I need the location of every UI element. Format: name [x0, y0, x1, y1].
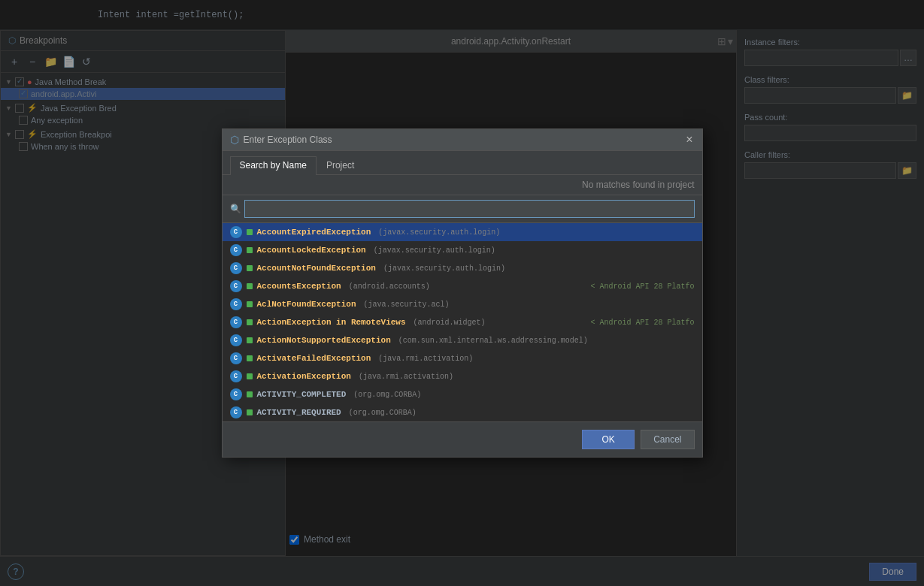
- cancel-button[interactable]: Cancel: [641, 430, 694, 449]
- result-class-name: ActivationException: [257, 372, 351, 381]
- tab-search-by-name[interactable]: Search by Name: [230, 156, 317, 175]
- modal-overlay: ⬡ Enter Exception Class × Search by Name…: [0, 0, 924, 586]
- modal-titlebar-left: ⬡ Enter Exception Class: [230, 134, 332, 146]
- result-icon: C: [230, 298, 242, 310]
- result-package: (java.security.acl): [364, 301, 450, 309]
- no-matches-bar: No matches found in project: [223, 175, 702, 195]
- result-package: (android.widget): [414, 319, 486, 327]
- tab-project[interactable]: Project: [317, 156, 364, 175]
- result-class-name: AccountLockedException: [257, 246, 366, 255]
- result-subicon: [247, 319, 253, 325]
- list-item[interactable]: C AccountLockedException (javax.security…: [223, 241, 702, 259]
- modal-title: Enter Exception Class: [244, 134, 332, 145]
- result-class-name: AccountExpiredException: [257, 228, 371, 237]
- result-package: (javax.security.auth.login): [374, 246, 495, 255]
- list-item[interactable]: C ActivateFailedException (java.rmi.acti…: [223, 349, 702, 367]
- result-package: (java.rmi.activation): [359, 373, 453, 381]
- result-subicon: [247, 283, 253, 289]
- result-class-name: ACTIVITY_REQUIRED: [257, 408, 341, 417]
- result-subicon: [247, 229, 253, 235]
- result-class-name: AccountsException: [257, 282, 341, 291]
- result-icon: C: [230, 316, 242, 328]
- result-icon: C: [230, 334, 242, 346]
- result-icon: C: [230, 388, 242, 400]
- result-package: (javax.security.auth.login): [383, 264, 505, 273]
- list-item[interactable]: C AccountNotFoundException (javax.securi…: [223, 259, 702, 277]
- ok-button[interactable]: OK: [582, 430, 635, 449]
- search-icon: 🔍: [230, 204, 241, 214]
- result-package: (org.omg.CORBA): [349, 409, 417, 417]
- list-item[interactable]: C ActivationException (java.rmi.activati…: [223, 367, 702, 385]
- result-package: (android.accounts): [349, 282, 430, 291]
- list-item[interactable]: C AclNotFoundException (java.security.ac…: [223, 295, 702, 313]
- result-platform: < Android API 28 Platfo: [590, 282, 694, 291]
- result-platform: < Android API 28 Platfo: [590, 319, 694, 327]
- result-icon: C: [230, 244, 242, 256]
- list-item[interactable]: C ActionNotSupportedException (com.sun.x…: [223, 331, 702, 349]
- result-class-name: ActionException in RemoteViews: [257, 318, 406, 327]
- result-subicon: [247, 247, 253, 253]
- result-class-name: AclNotFoundException: [257, 300, 356, 309]
- list-item[interactable]: C ACTIVITY_REQUIRED (org.omg.CORBA): [223, 403, 702, 421]
- result-class-name: AccountNotFoundException: [257, 264, 376, 273]
- result-subicon: [247, 301, 253, 307]
- modal-titlebar: ⬡ Enter Exception Class ×: [223, 129, 702, 151]
- modal-close-button[interactable]: ×: [684, 134, 694, 146]
- modal-icon: ⬡: [230, 134, 239, 146]
- search-input-container: 🔍: [223, 195, 702, 222]
- list-item[interactable]: C AccountExpiredException (javax.securit…: [223, 223, 702, 241]
- list-item[interactable]: C ACTIVITY_COMPLETED (org.omg.CORBA): [223, 385, 702, 403]
- list-item[interactable]: C AccountsException (android.accounts) <…: [223, 277, 702, 295]
- result-icon: C: [230, 370, 242, 382]
- list-item[interactable]: C ActionException in RemoteViews (androi…: [223, 313, 702, 331]
- modal-tabs: Search by Name Project: [223, 151, 702, 175]
- result-package: (org.omg.CORBA): [353, 391, 421, 399]
- result-class-name: ACTIVITY_COMPLETED: [257, 390, 347, 399]
- result-package: (javax.security.auth.login): [378, 228, 500, 237]
- result-icon: C: [230, 226, 242, 238]
- result-subicon: [247, 355, 253, 361]
- modal-footer: OK Cancel: [223, 421, 702, 457]
- result-icon: C: [230, 352, 242, 364]
- result-subicon: [247, 337, 253, 343]
- result-class-name: ActionNotSupportedException: [257, 336, 391, 345]
- result-subicon: [247, 373, 253, 379]
- result-icon: C: [230, 280, 242, 292]
- result-subicon: [247, 409, 253, 415]
- results-list: C AccountExpiredException (javax.securit…: [223, 222, 702, 421]
- result-package: (com.sun.xml.internal.ws.addressing.mode…: [398, 337, 588, 345]
- result-icon: C: [230, 262, 242, 274]
- no-matches-text: No matches found in project: [582, 180, 694, 190]
- result-icon: C: [230, 406, 242, 418]
- enter-exception-class-dialog: ⬡ Enter Exception Class × Search by Name…: [222, 128, 703, 458]
- result-subicon: [247, 391, 253, 397]
- result-package: (java.rmi.activation): [378, 355, 473, 363]
- result-class-name: ActivateFailedException: [257, 354, 371, 363]
- result-subicon: [247, 265, 253, 271]
- search-input[interactable]: [244, 200, 695, 218]
